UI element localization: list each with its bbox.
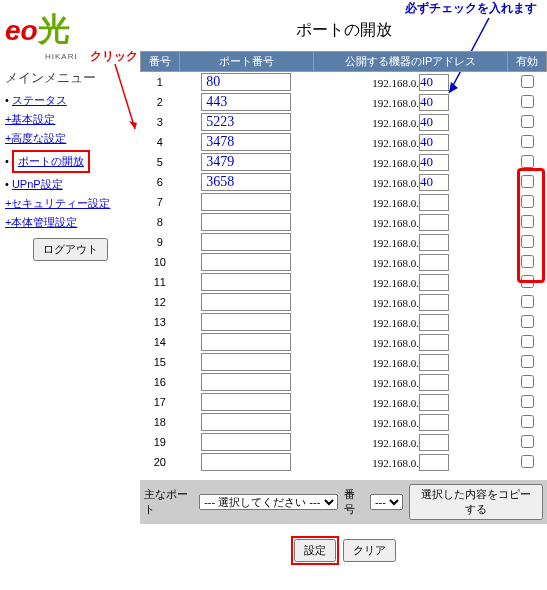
clear-button[interactable]: クリア bbox=[343, 539, 396, 562]
main-menu: ステータス +基本設定 +高度な設定 ポートの開放 UPnP設定 +セキュリティ… bbox=[5, 93, 135, 230]
port-input[interactable] bbox=[201, 373, 291, 391]
bottom-bar: 主なポート --- 選択してください --- 番号 --- 選択した内容をコピー… bbox=[140, 480, 547, 524]
menu-security[interactable]: +セキュリティー設定 bbox=[5, 197, 110, 209]
enable-checkbox[interactable] bbox=[521, 295, 534, 308]
menu-advanced[interactable]: +高度な設定 bbox=[5, 132, 66, 144]
table-row: 2192.168.0. bbox=[141, 92, 547, 112]
ip-last-octet-input[interactable] bbox=[419, 134, 449, 151]
table-row: 10192.168.0. bbox=[141, 252, 547, 272]
logout-button[interactable]: ログアウト bbox=[33, 238, 108, 261]
main-port-select[interactable]: --- 選択してください --- bbox=[199, 494, 338, 510]
ip-last-octet-input[interactable] bbox=[419, 274, 449, 291]
ip-prefix: 192.168.0. bbox=[372, 316, 419, 328]
port-input[interactable] bbox=[201, 353, 291, 371]
ip-last-octet-input[interactable] bbox=[419, 374, 449, 391]
copy-button[interactable]: 選択した内容をコピーする bbox=[409, 484, 543, 520]
table-row: 8192.168.0. bbox=[141, 212, 547, 232]
ip-last-octet-input[interactable] bbox=[419, 254, 449, 271]
enable-checkbox[interactable] bbox=[521, 355, 534, 368]
table-row: 7192.168.0. bbox=[141, 192, 547, 212]
enable-checkbox[interactable] bbox=[521, 155, 534, 168]
ip-prefix: 192.168.0. bbox=[372, 396, 419, 408]
port-input[interactable] bbox=[201, 453, 291, 471]
menu-mgmt[interactable]: +本体管理設定 bbox=[5, 216, 77, 228]
port-input[interactable] bbox=[201, 133, 291, 151]
annotation-check: 必ずチェックを入れます bbox=[405, 0, 537, 17]
port-input[interactable] bbox=[201, 153, 291, 171]
port-input[interactable] bbox=[201, 433, 291, 451]
table-row: 3192.168.0. bbox=[141, 112, 547, 132]
no-label: 番号 bbox=[344, 487, 364, 517]
enable-checkbox[interactable] bbox=[521, 235, 534, 248]
port-input[interactable] bbox=[201, 313, 291, 331]
port-table: 番号 ポート番号 公開する機器のIPアドレス 有効 1192.168.0.219… bbox=[140, 51, 547, 472]
enable-checkbox[interactable] bbox=[521, 415, 534, 428]
table-row: 9192.168.0. bbox=[141, 232, 547, 252]
row-no: 6 bbox=[141, 172, 180, 192]
row-no: 11 bbox=[141, 272, 180, 292]
ip-last-octet-input[interactable] bbox=[419, 114, 449, 131]
enable-checkbox[interactable] bbox=[521, 315, 534, 328]
ip-last-octet-input[interactable] bbox=[419, 174, 449, 191]
enable-checkbox[interactable] bbox=[521, 275, 534, 288]
ip-last-octet-input[interactable] bbox=[419, 154, 449, 171]
enable-checkbox[interactable] bbox=[521, 255, 534, 268]
enable-checkbox[interactable] bbox=[521, 135, 534, 148]
port-input[interactable] bbox=[201, 213, 291, 231]
enable-checkbox[interactable] bbox=[521, 75, 534, 88]
ip-last-octet-input[interactable] bbox=[419, 294, 449, 311]
ip-last-octet-input[interactable] bbox=[419, 454, 449, 471]
port-input[interactable] bbox=[201, 413, 291, 431]
port-input[interactable] bbox=[201, 173, 291, 191]
ip-last-octet-input[interactable] bbox=[419, 334, 449, 351]
row-no: 14 bbox=[141, 332, 180, 352]
table-row: 6192.168.0. bbox=[141, 172, 547, 192]
port-input[interactable] bbox=[201, 253, 291, 271]
ip-last-octet-input[interactable] bbox=[419, 214, 449, 231]
port-input[interactable] bbox=[201, 73, 291, 91]
port-input[interactable] bbox=[201, 273, 291, 291]
menu-status[interactable]: ステータス bbox=[12, 94, 67, 106]
enable-checkbox[interactable] bbox=[521, 375, 534, 388]
port-input[interactable] bbox=[201, 93, 291, 111]
ip-last-octet-input[interactable] bbox=[419, 354, 449, 371]
menu-basic[interactable]: +基本設定 bbox=[5, 113, 55, 125]
port-input[interactable] bbox=[201, 233, 291, 251]
row-no: 13 bbox=[141, 312, 180, 332]
enable-checkbox[interactable] bbox=[521, 175, 534, 188]
enable-checkbox[interactable] bbox=[521, 455, 534, 468]
set-button[interactable]: 設定 bbox=[294, 539, 336, 562]
ip-prefix: 192.168.0. bbox=[372, 356, 419, 368]
enable-checkbox[interactable] bbox=[521, 195, 534, 208]
ip-last-octet-input[interactable] bbox=[419, 434, 449, 451]
no-select[interactable]: --- bbox=[370, 494, 403, 510]
ip-last-octet-input[interactable] bbox=[419, 314, 449, 331]
row-no: 8 bbox=[141, 212, 180, 232]
ip-last-octet-input[interactable] bbox=[419, 394, 449, 411]
ip-last-octet-input[interactable] bbox=[419, 94, 449, 111]
row-no: 17 bbox=[141, 392, 180, 412]
row-no: 12 bbox=[141, 292, 180, 312]
enable-checkbox[interactable] bbox=[521, 215, 534, 228]
enable-checkbox[interactable] bbox=[521, 395, 534, 408]
port-input[interactable] bbox=[201, 293, 291, 311]
enable-checkbox[interactable] bbox=[521, 115, 534, 128]
enable-checkbox[interactable] bbox=[521, 335, 534, 348]
menu-upnp[interactable]: UPnP設定 bbox=[12, 178, 63, 190]
port-input[interactable] bbox=[201, 333, 291, 351]
port-input[interactable] bbox=[201, 193, 291, 211]
port-input[interactable] bbox=[201, 393, 291, 411]
ip-last-octet-input[interactable] bbox=[419, 234, 449, 251]
row-no: 15 bbox=[141, 352, 180, 372]
row-no: 7 bbox=[141, 192, 180, 212]
ip-last-octet-input[interactable] bbox=[419, 414, 449, 431]
enable-checkbox[interactable] bbox=[521, 95, 534, 108]
ip-last-octet-input[interactable] bbox=[419, 194, 449, 211]
table-row: 18192.168.0. bbox=[141, 412, 547, 432]
port-input[interactable] bbox=[201, 113, 291, 131]
ip-last-octet-input[interactable] bbox=[419, 74, 449, 91]
enable-checkbox[interactable] bbox=[521, 435, 534, 448]
sidebar: eo光 HIKARI メインメニュー ステータス +基本設定 +高度な設定 ポー… bbox=[0, 0, 140, 565]
table-row: 16192.168.0. bbox=[141, 372, 547, 392]
menu-port-open[interactable]: ポートの開放 bbox=[18, 155, 84, 167]
